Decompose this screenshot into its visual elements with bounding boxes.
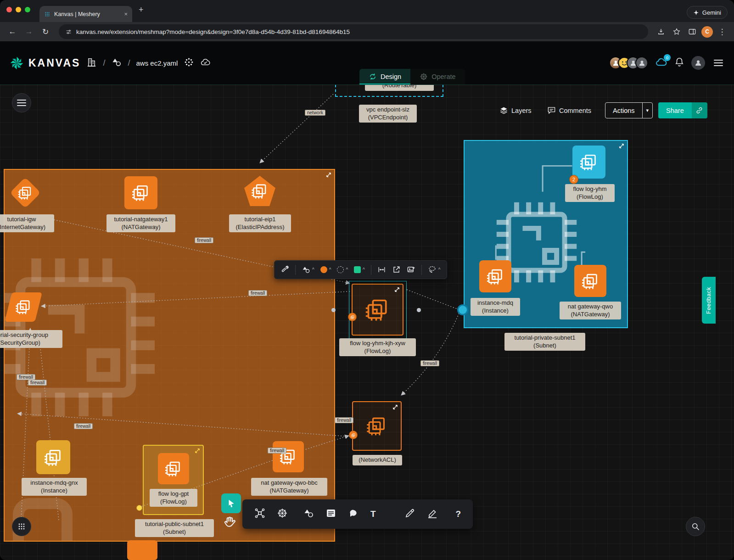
configure-tool-button[interactable] xyxy=(280,265,289,274)
flow-log-yhm-label: flow log-yhm(FlowLog) xyxy=(565,184,615,202)
edge-label-firewall: firewall xyxy=(74,423,93,429)
text-tool-button[interactable]: T xyxy=(370,509,376,519)
resize-width-button[interactable] xyxy=(377,265,386,274)
notes-tool-button[interactable] xyxy=(325,508,336,521)
sticker-tool-button[interactable] xyxy=(348,508,359,521)
new-tab-button[interactable]: + xyxy=(139,0,144,22)
share-link-icon[interactable] xyxy=(692,102,707,118)
back-button[interactable]: ← xyxy=(6,25,19,39)
network-acl-badge[interactable] xyxy=(349,431,358,439)
node-partial-bottom[interactable] xyxy=(127,540,157,560)
chip-icon xyxy=(364,297,391,323)
flow-log-selected-badge[interactable] xyxy=(348,313,357,321)
connector-dot-teal[interactable] xyxy=(457,304,468,315)
node-flow-log-selected[interactable] xyxy=(352,284,403,336)
shapes-icon xyxy=(302,265,310,274)
zoom-search-button[interactable] xyxy=(686,517,705,536)
resize-handle-icon[interactable] xyxy=(194,448,201,454)
kanvas-logo[interactable]: KANVAS xyxy=(9,56,80,71)
connector-dot-yellow[interactable] xyxy=(136,505,142,511)
feedback-tab[interactable]: Feedback xyxy=(702,277,716,324)
tab-design[interactable]: Design xyxy=(359,69,410,84)
select-tool-button[interactable] xyxy=(221,493,241,513)
shape-outline-button[interactable]: ^ xyxy=(337,266,348,273)
help-button[interactable]: ? xyxy=(456,509,461,519)
gemini-badge[interactable]: Gemini xyxy=(687,6,728,19)
cloud-status-button[interactable]: 0 xyxy=(655,56,667,70)
chip-icon xyxy=(579,152,599,172)
design-pattern-icon[interactable] xyxy=(184,57,194,69)
browser-menu-icon[interactable]: ⋮ xyxy=(716,25,728,38)
resize-handle-icon[interactable] xyxy=(618,143,625,149)
apps-grid-button[interactable] xyxy=(12,517,31,536)
node-internet-gateway[interactable] xyxy=(11,179,39,207)
chip-icon xyxy=(581,272,600,291)
actions-caret-icon[interactable]: ▾ xyxy=(642,103,653,118)
lasso-tool-button[interactable]: ^ xyxy=(428,265,441,274)
network-acl-label: (NetworkACL) xyxy=(353,455,402,465)
close-window-button[interactable] xyxy=(6,7,12,12)
tab-operate[interactable]: Operate xyxy=(410,69,465,84)
pen-tool-button[interactable] xyxy=(404,508,415,521)
node-instance-mdq[interactable] xyxy=(479,260,511,292)
design-file-name[interactable]: aws ec2.yaml xyxy=(136,59,178,67)
group-flow-log-gpt[interactable]: flow log-gpt(FlowLog) xyxy=(143,445,204,515)
cloud-sync-icon[interactable] xyxy=(200,57,211,69)
workspace-shapes-icon[interactable] xyxy=(111,57,122,69)
browser-tab-bar: Kanvas | Meshery × + Gemini xyxy=(0,0,734,22)
add-image-button[interactable] xyxy=(407,265,415,274)
share-button[interactable]: Share xyxy=(658,102,707,118)
open-external-button[interactable] xyxy=(392,265,401,274)
comments-button[interactable]: Comments xyxy=(547,106,591,115)
organization-icon[interactable] xyxy=(86,57,97,69)
resize-handle-icon[interactable] xyxy=(325,172,332,178)
mode-tabs: Design Operate xyxy=(359,69,465,84)
pan-tool-button[interactable] xyxy=(223,515,240,532)
vpc-endpoint-label[interactable]: vpc endpoint-slz(VPCEndpoint) xyxy=(359,105,417,123)
shapes-tool-button[interactable]: ^ xyxy=(302,265,314,274)
side-panel-icon[interactable] xyxy=(686,25,699,38)
shapes-library-button[interactable] xyxy=(303,508,314,521)
chip-icon xyxy=(15,298,32,315)
node-flow-log-yhm[interactable] xyxy=(572,146,605,179)
forward-button[interactable]: → xyxy=(22,25,36,39)
fill-color-button[interactable]: ^ xyxy=(354,266,365,273)
dashed-circle-icon xyxy=(337,266,344,273)
flow-log-yhm-count-badge[interactable]: 2 xyxy=(569,175,578,184)
design-canvas[interactable]: (RouteTable) vpc endpoint-slz(VPCEndpoin… xyxy=(0,85,734,560)
user-avatar[interactable] xyxy=(691,56,705,70)
notifications-bell-icon[interactable] xyxy=(674,57,684,69)
selection-handle-left[interactable] xyxy=(331,308,336,312)
layers-button[interactable]: Layers xyxy=(499,106,532,115)
edge-label-firewall: firewall xyxy=(195,237,213,243)
kubernetes-tool-button[interactable] xyxy=(277,508,288,521)
node-nat-gateway-qwo-bbc[interactable] xyxy=(273,441,304,472)
header-menu-icon[interactable] xyxy=(712,58,725,68)
url-bar[interactable]: kanvas.new/extension/meshmap?mode=design… xyxy=(59,24,648,39)
site-settings-icon[interactable] xyxy=(65,28,72,35)
save-page-icon[interactable] xyxy=(655,25,667,38)
minimize-window-button[interactable] xyxy=(16,7,21,12)
components-tool-button[interactable] xyxy=(254,508,265,521)
reload-button[interactable]: ↻ xyxy=(39,25,52,39)
node-instance-gnx[interactable] xyxy=(36,440,70,474)
maximize-window-button[interactable] xyxy=(25,7,30,12)
node-nat-gateway-1[interactable] xyxy=(124,176,157,209)
node-nat-gateway-qwo[interactable] xyxy=(574,265,606,297)
nat-gateway-1-label: tutorial-natgateway1(NATGateway) xyxy=(106,214,175,232)
node-network-acl[interactable] xyxy=(352,401,402,451)
stroke-color-button[interactable]: ^ xyxy=(320,266,331,273)
node-flow-log-gpt[interactable] xyxy=(158,453,189,484)
browser-tab[interactable]: Kanvas | Meshery × xyxy=(39,6,132,22)
highlighter-tool-button[interactable] xyxy=(427,508,438,521)
chip-icon xyxy=(351,433,356,437)
resize-handle-icon[interactable] xyxy=(394,286,400,293)
tab-close-icon[interactable]: × xyxy=(124,11,128,17)
collaborator-avatar[interactable] xyxy=(635,56,648,69)
selection-handle-right[interactable] xyxy=(417,308,421,312)
canvas-menu-button[interactable] xyxy=(12,93,31,112)
actions-button[interactable]: Actions ▾ xyxy=(605,102,653,118)
resize-handle-icon[interactable] xyxy=(392,404,398,410)
bookmark-star-icon[interactable] xyxy=(670,25,683,38)
browser-profile-avatar[interactable]: C xyxy=(701,26,713,38)
